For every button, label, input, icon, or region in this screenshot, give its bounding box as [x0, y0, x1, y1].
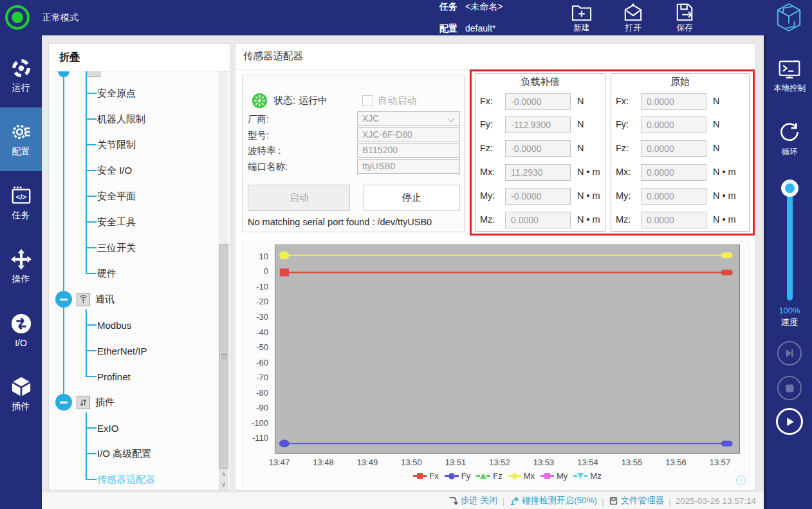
tree-item-safety-io[interactable]: 安全 I/O: [49, 158, 230, 183]
tree-item-safety-plane[interactable]: 安全平面: [49, 183, 230, 209]
y-tick-label: -110: [243, 433, 268, 443]
step-mode-status[interactable]: 步进 关闭: [448, 495, 498, 506]
speed-slider-track[interactable]: [787, 190, 793, 301]
speed-slider-handle[interactable]: [781, 180, 798, 197]
x-tick-label: 13:49: [346, 458, 389, 467]
force-row: Fy:0.0000N: [611, 116, 749, 133]
nav-item-task[interactable]: </> 任务: [0, 171, 42, 235]
model-input[interactable]: XJC-6F-D80: [357, 127, 460, 142]
terminal-icon: [778, 59, 801, 80]
port-input[interactable]: ttyUSB0: [357, 159, 460, 174]
tree-collapse-header[interactable]: 折叠: [49, 44, 230, 71]
tree-scrollbar[interactable]: ∧ ∨: [219, 71, 228, 490]
force-row: Fx:0.0000N: [611, 93, 749, 110]
collision-detection-status[interactable]: 碰撞检测开启(50%): [509, 495, 597, 506]
program-play-button[interactable]: [776, 408, 803, 435]
right-control-sidebar: 本地控制 循环 100% 速度: [764, 35, 812, 509]
tree-item-joint-limits[interactable]: 关节限制: [49, 132, 230, 158]
left-nav-sidebar: 运行 配置 </> 任务 操作 I/O 插件 65BA: [0, 35, 42, 509]
y-tick-label: 0: [243, 266, 268, 276]
tree-item-modbus[interactable]: Modbus: [49, 312, 230, 338]
start-button[interactable]: 启动: [248, 185, 350, 211]
x-tick-label: 13:53: [522, 458, 566, 467]
force-value-field: -112.9300: [505, 116, 571, 133]
nav-item-jog[interactable]: 操作: [0, 235, 42, 299]
scrollbar-thumb[interactable]: [219, 244, 228, 469]
loop-button[interactable]: 循环: [767, 121, 812, 158]
sliders-icon: [77, 396, 90, 409]
force-row: My:0.0000N • m: [611, 188, 749, 205]
config-label: 配置: [439, 23, 457, 35]
local-control-button[interactable]: 本地控制: [767, 59, 812, 94]
panel-title: 原始: [611, 76, 749, 88]
x-tick-label: 13:57: [698, 458, 742, 467]
tree-item-profinet[interactable]: Profinet: [49, 364, 230, 389]
force-value-field: -0.0000: [505, 188, 571, 205]
collapse-toggle-icon[interactable]: [55, 394, 72, 411]
status-value: 运行中: [299, 95, 328, 107]
run-target-icon: [10, 57, 32, 79]
tree-node-communication[interactable]: 通讯: [49, 286, 230, 312]
stop-button[interactable]: 停止: [364, 185, 460, 211]
tree-node-plugin[interactable]: 插件: [49, 389, 230, 415]
save-button[interactable]: 保存: [667, 3, 703, 33]
nav-item-io[interactable]: I/O: [0, 299, 42, 362]
tree-item-robot-limits[interactable]: 机器人限制: [49, 106, 230, 132]
chart-plot-area: [275, 245, 740, 454]
panel-title: 负载补偿: [475, 76, 605, 88]
tree-item-hardware[interactable]: 硬件: [49, 261, 230, 286]
legend-item: Mz: [573, 471, 601, 481]
speed-percent: 100%: [767, 306, 812, 315]
collapse-toggle-icon[interactable]: [55, 291, 72, 308]
x-tick-label: 13:47: [257, 458, 301, 467]
y-tick-label: -70: [243, 373, 268, 382]
adapter-status-panel: 状态: 运行中 自动启动 厂商: XJC 型号: XJC-6F-D80 波特率 …: [242, 75, 465, 232]
gear-icon: [10, 121, 32, 143]
scroll-down-button[interactable]: ∨: [219, 479, 228, 490]
page-title: 传感器适配器: [235, 44, 755, 69]
antenna-icon: [77, 293, 90, 306]
force-chart-panel: 100-10-20-30-40-50-60-70-80-90-100-110 1…: [242, 241, 750, 486]
status-row: 状态: 运行中: [252, 93, 328, 109]
program-stop-button[interactable]: [777, 376, 802, 400]
scroll-up-button[interactable]: ∧: [219, 469, 228, 479]
step-next-button[interactable]: [777, 341, 802, 366]
nav-item-plugin[interactable]: 插件: [0, 362, 42, 426]
config-value: default*: [465, 23, 495, 35]
autostart-label: 自动启动: [378, 95, 416, 107]
tree-item-safety-home[interactable]: 安全原点: [49, 80, 230, 106]
sensor-adapter-page: 传感器适配器 状态: 运行中 自动启动 厂商: XJC 型号: XJC-6F-D…: [235, 43, 756, 490]
baudrate-input[interactable]: B115200: [357, 143, 460, 158]
tree-item-sensor-adapter[interactable]: 传感器适配器: [49, 467, 230, 490]
open-button[interactable]: 打开: [615, 3, 651, 33]
info-icon[interactable]: i: [736, 476, 746, 485]
force-value-field: 0.0000: [641, 188, 706, 205]
y-tick-label: -20: [243, 297, 268, 306]
y-tick-label: -90: [243, 403, 268, 412]
nav-item-config[interactable]: 配置: [0, 107, 42, 171]
nav-item-run[interactable]: 运行: [0, 44, 42, 107]
force-row: Mz:0.0000N • m: [611, 212, 749, 228]
autostart-checkbox[interactable]: [362, 95, 373, 106]
legend-item: My: [540, 471, 567, 481]
tree-item-safety-tool[interactable]: 安全工具: [49, 209, 230, 235]
tree-cut-node-icon: [88, 71, 100, 77]
force-value-field: -0.0000: [505, 93, 571, 110]
x-tick-label: 13:51: [434, 458, 477, 467]
save-disk-icon: [667, 3, 703, 22]
new-button[interactable]: 新建: [564, 3, 600, 33]
vendor-select[interactable]: XJC: [357, 111, 460, 126]
tree-item-ethernet-ip[interactable]: EtherNet/IP: [49, 338, 230, 364]
force-row: My:-0.0000N • m: [475, 188, 605, 205]
file-manager-link[interactable]: 文件管理器: [609, 495, 665, 506]
svg-text:</>: </>: [15, 193, 26, 201]
tree-item-io-advanced[interactable]: I/O 高级配置: [49, 441, 230, 467]
new-folder-icon: [564, 3, 600, 22]
tree-item-exio[interactable]: ExIO: [49, 415, 230, 441]
speed-label: 速度: [767, 317, 812, 328]
task-value: <未命名>: [465, 1, 503, 13]
tree-item-three-position-switch[interactable]: 三位开关: [49, 235, 230, 261]
code-window-icon: </>: [10, 185, 32, 207]
disk-icon: [609, 496, 618, 506]
config-row: 配置 default*: [439, 23, 495, 35]
